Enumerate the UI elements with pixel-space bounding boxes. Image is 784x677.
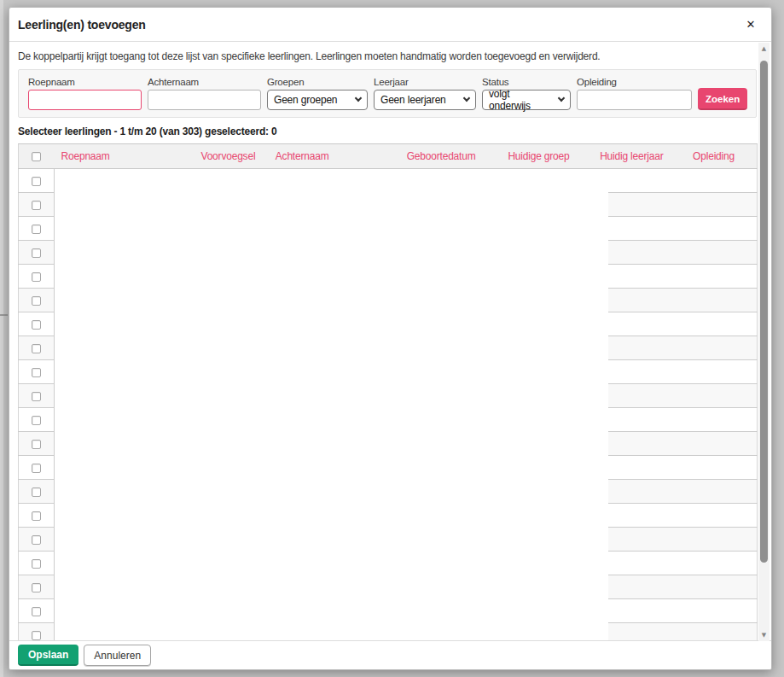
filter-roepnaam-field: Roepnaam	[28, 77, 142, 110]
row-checkbox[interactable]	[32, 201, 41, 210]
selection-summary: Selecteer leerlingen - 1 t/m 20 (van 303…	[18, 125, 763, 137]
row-checkbox[interactable]	[32, 440, 41, 449]
dialog-title: Leerling(en) toevoegen	[18, 18, 146, 32]
filter-achternaam-field: Achternaam	[148, 77, 261, 110]
opleiding-input[interactable]	[577, 90, 692, 110]
row-checkbox-cell	[19, 432, 55, 456]
row-checkbox-cell	[19, 169, 55, 193]
scrollbar-thumb[interactable]	[760, 61, 768, 563]
leerjaar-label: Leerjaar	[374, 77, 476, 87]
scrollbar[interactable]: ▲ ▼	[758, 43, 769, 641]
table-cell-empty	[672, 575, 758, 599]
close-icon[interactable]: ✕	[742, 16, 759, 33]
column-header-roepnaam[interactable]: Roepnaam	[55, 144, 201, 169]
table-cell-empty	[672, 336, 758, 360]
zoeken-button[interactable]: Zoeken	[698, 88, 747, 110]
roepnaam-label: Roepnaam	[28, 77, 142, 87]
dialog-header: Leerling(en) toevoegen ✕	[9, 8, 771, 42]
groepen-label: Groepen	[267, 77, 368, 87]
row-checkbox[interactable]	[32, 559, 41, 569]
table-cell-empty	[672, 480, 758, 504]
row-checkbox-cell	[19, 312, 55, 336]
row-checkbox[interactable]	[32, 296, 41, 306]
column-header-huidig-leerjaar[interactable]: Huidig leerjaar	[578, 144, 672, 169]
dialog-body: De koppelpartij krijgt toegang tot deze …	[9, 42, 771, 640]
row-checkbox[interactable]	[32, 464, 41, 473]
row-checkbox-cell	[19, 360, 55, 384]
opleiding-label: Opleiding	[577, 77, 692, 87]
achternaam-input[interactable]	[148, 90, 261, 110]
row-checkbox[interactable]	[32, 487, 41, 497]
save-button[interactable]: Opslaan	[18, 645, 78, 666]
backdrop-edge	[0, 0, 3, 677]
leerjaar-selected-value: Geen leerjaren	[380, 94, 446, 106]
row-checkbox[interactable]	[32, 368, 41, 377]
row-checkbox-cell	[19, 599, 55, 623]
table-cell-empty	[672, 289, 758, 312]
row-checkbox-cell	[19, 384, 55, 408]
select-all-header-cell	[19, 144, 55, 169]
scroll-down-arrow-icon[interactable]: ▼	[758, 629, 769, 641]
column-header-huidige-groep[interactable]: Huidige groep	[485, 144, 578, 169]
row-checkbox-cell	[19, 289, 55, 312]
row-checkbox-cell	[19, 575, 55, 599]
dialog-description: De koppelpartij krijgt toegang tot deze …	[18, 50, 763, 62]
row-checkbox[interactable]	[32, 535, 41, 545]
column-header-opleiding[interactable]: Opleiding	[672, 144, 758, 169]
chevron-down-icon	[463, 95, 470, 102]
achternaam-label: Achternaam	[148, 77, 261, 87]
row-checkbox-cell	[19, 336, 55, 360]
row-checkbox-cell	[19, 528, 55, 552]
row-checkbox-cell	[19, 193, 55, 217]
row-checkbox[interactable]	[32, 511, 41, 521]
table-cell-empty	[672, 360, 758, 384]
row-checkbox[interactable]	[32, 320, 41, 330]
row-checkbox[interactable]	[32, 272, 41, 282]
table-cell-empty	[672, 312, 758, 336]
row-checkbox-cell	[19, 408, 55, 432]
backdrop-line	[0, 314, 8, 316]
table-cell-empty	[672, 623, 758, 641]
row-checkbox[interactable]	[32, 631, 41, 640]
cancel-button[interactable]: Annuleren	[84, 645, 151, 666]
row-checkbox[interactable]	[32, 607, 41, 616]
column-header-achternaam[interactable]: Achternaam	[261, 144, 338, 169]
table-cell-empty	[672, 456, 758, 480]
row-checkbox[interactable]	[32, 177, 41, 186]
table-cell-empty	[672, 169, 758, 193]
row-checkbox[interactable]	[32, 583, 41, 592]
groepen-select[interactable]: Geen groepen	[267, 90, 368, 110]
table-cell-empty	[672, 599, 758, 623]
column-header-geboortedatum[interactable]: Geboortedatum	[338, 144, 485, 169]
select-all-checkbox[interactable]	[32, 152, 41, 161]
column-header-voorvoegsel[interactable]: Voorvoegsel	[201, 144, 261, 169]
chevron-down-icon	[558, 95, 565, 102]
scroll-up-arrow-icon[interactable]: ▲	[758, 43, 769, 55]
roepnaam-input[interactable]	[28, 90, 142, 110]
table-cell-empty	[672, 528, 758, 552]
row-checkbox-cell	[19, 480, 55, 504]
table-cell-empty	[672, 241, 758, 265]
row-checkbox[interactable]	[32, 344, 41, 353]
row-checkbox[interactable]	[32, 225, 41, 234]
row-checkbox[interactable]	[32, 392, 41, 401]
status-selected-value: volgt onderwijs	[489, 88, 554, 112]
filter-groepen-field: Groepen Geen groepen	[267, 77, 368, 110]
dialog-footer: Opslaan Annuleren	[9, 640, 771, 669]
status-select[interactable]: volgt onderwijs	[482, 90, 571, 110]
filter-leerjaar-field: Leerjaar Geen leerjaren	[374, 77, 476, 110]
row-checkbox-cell	[19, 504, 55, 528]
row-checkbox[interactable]	[32, 416, 41, 425]
row-checkbox[interactable]	[32, 248, 41, 258]
chevron-down-icon	[355, 95, 362, 102]
filter-opleiding-field: Opleiding	[577, 77, 692, 110]
row-checkbox-cell	[19, 456, 55, 480]
table-header-row: RoepnaamVoorvoegselAchternaamGeboortedat…	[19, 144, 758, 169]
redacted-area	[55, 170, 608, 640]
add-students-dialog: Leerling(en) toevoegen ✕ De koppelpartij…	[9, 7, 772, 670]
groepen-selected-value: Geen groepen	[274, 94, 337, 106]
row-checkbox-cell	[19, 265, 55, 289]
table-cell-empty	[672, 432, 758, 456]
table-cell-empty	[672, 265, 758, 289]
leerjaar-select[interactable]: Geen leerjaren	[374, 90, 476, 110]
